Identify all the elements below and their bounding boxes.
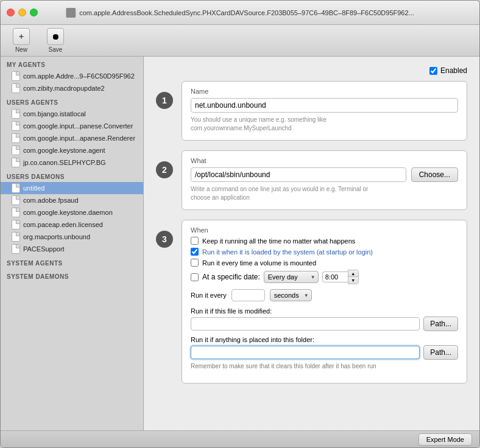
what-label: What	[191, 157, 458, 164]
what-hint: Write a command on one line just as you …	[191, 185, 458, 202]
doc-icon	[12, 83, 20, 93]
sidebar-item-daemon-4[interactable]: org.macports.unbound	[1, 231, 143, 243]
minimize-button[interactable]	[18, 9, 26, 16]
content-area: Enabled 1 Name You should use a unique n…	[144, 57, 479, 430]
sidebar-item-daemon-1[interactable]: com.adobe.fpsaud	[1, 194, 143, 206]
sidebar-item-my-agent-1[interactable]: com.zibity.macdropupdate2	[1, 82, 143, 94]
folder-note: Remember to make sure that it clears thi…	[191, 363, 458, 369]
date-dropdown-wrapper: Every day Every week Every month Custom	[264, 271, 319, 283]
new-button[interactable]: ＋ New	[8, 28, 35, 53]
file-modified-input-row: Path...	[191, 317, 458, 331]
doc-icon	[12, 195, 20, 205]
checkbox-keep-running[interactable]	[191, 237, 199, 245]
run-every-label: Run it every	[191, 292, 227, 299]
enabled-label: Enabled	[440, 66, 467, 75]
sidebar-item-user-agent-0[interactable]: com.bjango.istatlocal	[1, 108, 143, 120]
what-input-row: Choose...	[191, 167, 458, 182]
system-agents-header: SYSTEM AGENTS	[1, 255, 143, 268]
system-daemons-header: SYSTEM DAEMONS	[1, 268, 143, 282]
seconds-dropdown-wrapper: seconds minutes hours days	[270, 289, 312, 301]
expert-mode-button[interactable]: Expert Mode	[418, 433, 472, 446]
sidebar: MY AGENTS com.apple.Addre...9–F6C50D95F9…	[1, 57, 144, 430]
name-input[interactable]	[191, 98, 458, 113]
what-input[interactable]	[191, 167, 406, 182]
section-1-number: 1	[156, 92, 173, 109]
doc-icon	[12, 121, 20, 131]
sidebar-item-user-agent-1[interactable]: com.google.input...panese.Converter	[1, 120, 143, 132]
doc-icon	[12, 208, 20, 217]
file-path-button[interactable]: Path...	[423, 317, 458, 331]
sidebar-item-user-agent-2[interactable]: com.google.input...apanese.Renderer	[1, 132, 143, 144]
doc-icon	[12, 220, 20, 229]
doc-icon	[12, 232, 20, 242]
titlebar: com.apple.AddressBook.ScheduledSync.PHXC…	[1, 1, 479, 25]
date-dropdown[interactable]: Every day Every week Every month Custom	[264, 271, 319, 283]
save-button[interactable]: ⏺ Save	[42, 28, 69, 53]
status-bar: Expert Mode	[1, 430, 479, 447]
checkbox-startup-login-label: Run it when it is loaded by the system (…	[202, 248, 373, 256]
seconds-dropdown[interactable]: seconds minutes hours days	[270, 289, 312, 301]
name-label: Name	[191, 88, 458, 95]
time-stepper-buttons: ▲ ▼	[348, 270, 359, 284]
file-modified-row: Run it if this file is modified: Path...	[191, 307, 458, 331]
doc-icon	[12, 71, 20, 81]
close-button[interactable]	[7, 9, 15, 16]
doc-icon	[12, 158, 20, 167]
sidebar-item-my-agent-0[interactable]: com.apple.Addre...9–F6C50D95F962	[1, 70, 143, 82]
folder-path-button[interactable]: Path...	[423, 345, 458, 360]
enabled-row: Enabled	[156, 66, 467, 75]
doc-icon	[12, 183, 20, 193]
what-section-content: What Choose... Write a command on one li…	[182, 150, 467, 210]
enabled-checkbox[interactable]	[429, 67, 437, 75]
save-icon: ⏺	[47, 28, 64, 45]
window-title: com.apple.AddressBook.ScheduledSync.PHXC…	[66, 8, 414, 18]
name-section: 1 Name You should use a unique name e.g.…	[156, 81, 467, 141]
doc-icon	[12, 133, 20, 143]
file-modified-label: Run it if this file is modified:	[191, 307, 458, 315]
sidebar-item-daemon-5[interactable]: PACESupport	[1, 243, 143, 255]
when-section: 3 When Keep it running all the time no m…	[156, 220, 467, 383]
main-content: MY AGENTS com.apple.Addre...9–F6C50D95F9…	[1, 57, 479, 430]
my-agents-header: MY AGENTS	[1, 57, 143, 70]
folder-placed-input-row: Path...	[191, 345, 458, 360]
time-stepper: ▲ ▼	[322, 270, 359, 284]
users-daemons-header: USERS DAEMONS	[1, 169, 143, 182]
time-increment-button[interactable]: ▲	[348, 270, 358, 277]
run-every-input[interactable]	[231, 289, 265, 301]
what-section: 2 What Choose... Write a command on one …	[156, 150, 467, 210]
time-decrement-button[interactable]: ▼	[348, 277, 358, 284]
folder-placed-row: Run it if anything is placed into this f…	[191, 336, 458, 369]
sidebar-item-daemon-0[interactable]: untitled	[1, 182, 143, 194]
time-input[interactable]	[322, 271, 348, 282]
traffic-lights	[7, 9, 38, 16]
section-3-number: 3	[156, 231, 173, 248]
choose-button[interactable]: Choose...	[411, 167, 458, 182]
checkbox-specific-date[interactable]	[191, 273, 199, 281]
when-label: When	[191, 226, 458, 234]
checkbox-startup-login[interactable]	[191, 248, 199, 256]
doc-icon	[12, 244, 20, 254]
new-icon: ＋	[13, 28, 30, 45]
checkbox-volume-mounted-label: Run it every time a volume is mounted	[202, 259, 316, 267]
specific-date-label: At a specific date:	[202, 273, 260, 281]
doc-icon	[12, 145, 20, 155]
name-section-content: Name You should use a unique name e.g. s…	[182, 81, 467, 141]
checkbox-row-3: Run it every time a volume is mounted	[191, 259, 458, 267]
sidebar-item-user-agent-4[interactable]: jp.co.canon.SELPHYCP.BG	[1, 156, 143, 169]
maximize-button[interactable]	[30, 9, 38, 16]
file-modified-input[interactable]	[191, 317, 420, 331]
checkbox-volume-mounted[interactable]	[191, 259, 199, 267]
when-section-content: When Keep it running all the time no mat…	[182, 220, 467, 383]
folder-placed-input[interactable]	[191, 346, 420, 359]
specific-date-row: At a specific date: Every day Every week…	[191, 270, 458, 284]
checkbox-row-1: Keep it running all the time no matter w…	[191, 237, 458, 245]
users-agents-header: USERS AGENTS	[1, 94, 143, 108]
document-icon	[66, 8, 76, 18]
sidebar-item-daemon-3[interactable]: com.paceap.eden.licensed	[1, 219, 143, 231]
sidebar-item-daemon-2[interactable]: com.google.keystone.daemon	[1, 206, 143, 219]
section-2-number: 2	[156, 161, 173, 178]
checkbox-keep-running-label: Keep it running all the time no matter w…	[202, 237, 355, 245]
sidebar-item-user-agent-3[interactable]: com.google.keystone.agent	[1, 144, 143, 156]
doc-icon	[12, 109, 20, 119]
name-hint: You should use a unique name e.g. someth…	[191, 116, 458, 133]
